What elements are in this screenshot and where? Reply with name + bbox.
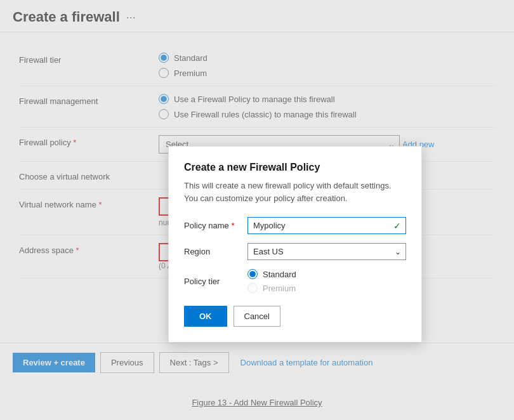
modal-check-icon: ✓	[393, 221, 401, 231]
modal-policy-name-label: Policy name *	[184, 221, 247, 230]
modal-radio-premium[interactable]: Premium	[247, 283, 406, 293]
modal-policy-name-input[interactable]	[247, 217, 406, 234]
modal-policy-tier-radio-group: Standard Premium	[247, 269, 406, 293]
modal-policy-name-field: Policy name * ✓	[184, 217, 406, 234]
modal-region-label: Region	[184, 247, 247, 256]
modal-ok-button[interactable]: OK	[184, 306, 227, 327]
modal-radio-standard-input[interactable]	[247, 269, 258, 279]
modal-cancel-button[interactable]: Cancel	[234, 306, 280, 327]
modal-buttons: OK Cancel	[184, 306, 406, 327]
modal-region-field: Region East US West US West Europe ⌄	[184, 243, 406, 260]
modal-dialog: Create a new Firewall Policy This will c…	[168, 146, 422, 343]
modal-policy-tier-label: Policy tier	[184, 277, 247, 286]
modal-policy-name-wrapper: ✓	[247, 217, 406, 234]
modal-title: Create a new Firewall Policy	[184, 162, 406, 173]
modal-region-select[interactable]: East US West US West Europe	[247, 243, 406, 260]
modal-radio-standard[interactable]: Standard	[247, 269, 406, 279]
modal-radio-premium-input[interactable]	[247, 283, 258, 293]
modal-region-select-wrapper: East US West US West Europe ⌄	[247, 243, 406, 260]
modal-description: This will create a new firewall policy w…	[184, 180, 406, 204]
modal-radio-premium-label: Premium	[263, 284, 296, 293]
modal-policy-tier-field: Policy tier Standard Premium	[184, 269, 406, 293]
required-star: *	[231, 221, 234, 230]
modal-radio-standard-label: Standard	[263, 270, 296, 279]
